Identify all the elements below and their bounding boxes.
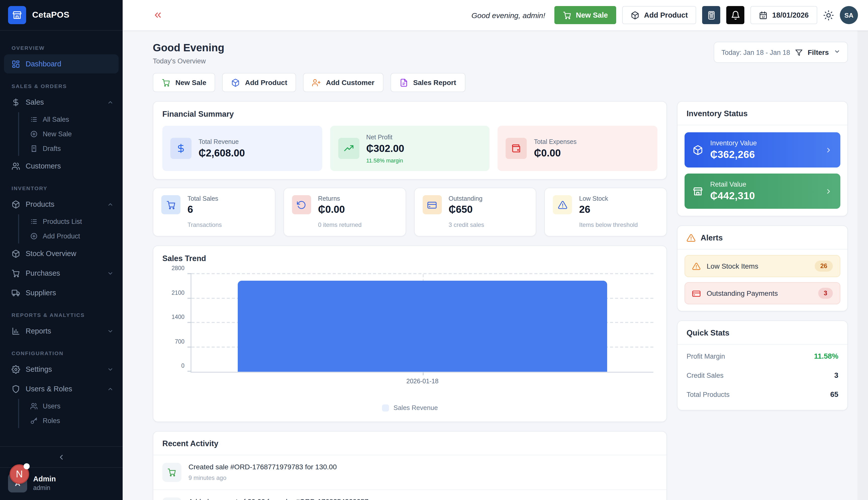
sales-trend-chart: 0 700 1400 2100 2800 — [162, 270, 657, 397]
package-icon — [12, 249, 20, 258]
axis-tick — [422, 372, 423, 375]
dashboard-icon — [12, 60, 20, 68]
activity-item[interactable]: Added payment of 30.00 for order #ORD-17… — [153, 489, 667, 500]
cart-icon — [161, 195, 180, 214]
sidebar-item-roles[interactable]: Roles — [19, 413, 122, 428]
sidebar-item-new-sale[interactable]: New Sale — [19, 127, 122, 141]
plus-circle-icon — [30, 130, 38, 138]
sidebar-item-users[interactable]: Users — [19, 399, 122, 413]
section-label-sales-orders: SALES & ORDERS — [0, 74, 122, 92]
quick-action-new-sale[interactable]: New Sale — [153, 73, 215, 92]
legend-swatch — [382, 404, 389, 411]
chevron-up-icon — [107, 201, 114, 207]
total-revenue-card: Total Revenue ₵2,608.00 — [162, 126, 322, 171]
chevron-down-icon — [107, 270, 114, 276]
alert-low-stock[interactable]: Low Stock Items 26 — [684, 255, 840, 277]
alerts-title: Alerts — [701, 234, 723, 242]
key-icon — [30, 417, 38, 424]
cart-icon — [162, 78, 171, 87]
sidebar-user-profile[interactable]: A Admin admin N — [0, 467, 122, 500]
truck-icon — [12, 288, 20, 297]
financial-summary-card: Financial Summary Total Revenue ₵2,608.0… — [153, 101, 667, 180]
inventory-status-card: Inventory Status Inventory Value ₵362,26… — [677, 101, 848, 216]
retail-value-card[interactable]: Retail Value ₵442,310 — [684, 173, 840, 209]
add-product-button[interactable]: Add Product — [622, 6, 696, 24]
store-icon — [12, 10, 22, 20]
sidebar-item-products-list[interactable]: Products List — [19, 214, 122, 229]
section-label-reports: REPORTS & ANALYTICS — [0, 303, 122, 321]
quick-stats-card: Quick Stats Profit Margin 11.58% Credit … — [677, 320, 848, 410]
sidebar-item-suppliers[interactable]: Suppliers — [4, 283, 119, 302]
sidebar-item-users-roles[interactable]: Users & Roles — [4, 379, 119, 398]
chevron-right-icon — [825, 188, 832, 195]
chevron-down-icon — [107, 328, 114, 334]
x-axis-label: 2026-01-18 — [406, 378, 438, 385]
chevron-left-icon — [57, 453, 65, 461]
filter-icon — [795, 48, 803, 56]
filters-dropdown[interactable]: Today: Jan 18 - Jan 18 Filters — [714, 42, 848, 63]
bar-chart-icon — [12, 327, 20, 335]
scrollbar-track[interactable] — [857, 31, 868, 500]
quick-action-add-product[interactable]: Add Product — [222, 73, 296, 92]
sidebar-item-all-sales[interactable]: All Sales — [19, 112, 122, 127]
outstanding-card: Outstanding ₵650 3 credit sales — [414, 188, 537, 236]
alerts-card: Alerts Low Stock Items 26 Outstanding Pa… — [677, 225, 848, 311]
axis-tick — [187, 346, 191, 347]
low-stock-card: Low Stock 26 Items below threshold — [544, 188, 667, 236]
page-heading: Good Evening Today's Overview — [153, 42, 224, 65]
sidebar-item-sales[interactable]: Sales — [4, 93, 119, 112]
users-icon — [30, 402, 38, 410]
date-picker-button[interactable]: 18/01/2026 — [751, 6, 817, 24]
axis-tick — [187, 273, 191, 274]
calculator-button[interactable] — [702, 6, 720, 24]
recent-activity-title: Recent Activity — [162, 439, 657, 448]
quick-action-add-customer[interactable]: Add Customer — [303, 73, 384, 92]
undo-icon — [292, 195, 311, 214]
returns-card: Returns ₵0.00 0 items returned — [283, 188, 406, 236]
alert-outstanding-payments[interactable]: Outstanding Payments 3 — [684, 282, 840, 304]
chevron-up-icon — [107, 99, 114, 105]
sidebar-item-purchases[interactable]: Purchases — [4, 264, 119, 283]
stats-row: Total Sales 6 Transactions — [153, 188, 667, 236]
dollar-icon — [12, 98, 20, 106]
cart-icon — [12, 269, 20, 277]
activity-item[interactable]: Created sale #ORD-1768771979783 for 130.… — [153, 455, 667, 489]
shield-icon — [12, 385, 20, 393]
revenue-bar — [238, 281, 607, 372]
chevron-down-icon — [834, 48, 840, 55]
financial-summary-title: Financial Summary — [162, 110, 657, 119]
header-avatar[interactable]: SA — [840, 6, 858, 24]
inventory-value-card[interactable]: Inventory Value ₵362,266 — [684, 132, 840, 168]
axis-tick — [187, 297, 191, 298]
app-logo — [8, 6, 26, 24]
cetapos-dashboard: CetaPOS OVERVIEW Dashboard SALES & ORDER… — [0, 0, 868, 500]
axis-tick — [187, 371, 191, 372]
alert-count-badge: 26 — [815, 261, 833, 272]
sidebar-item-add-product[interactable]: Add Product — [19, 229, 122, 243]
credit-card-icon — [422, 195, 442, 214]
wallet-icon — [506, 138, 527, 159]
total-sales-card: Total Sales 6 Transactions — [153, 188, 275, 236]
cart-icon — [162, 463, 181, 482]
new-sale-button[interactable]: New Sale — [554, 6, 617, 24]
top-header: Good evening, admin! New Sale Add Produc… — [122, 0, 868, 31]
user-plus-icon — [312, 78, 321, 87]
warning-icon — [687, 234, 696, 242]
package-icon — [631, 11, 640, 19]
sidebar-item-reports[interactable]: Reports — [4, 321, 119, 341]
sidebar-item-products[interactable]: Products — [4, 195, 119, 214]
quick-action-sales-report[interactable]: Sales Report — [390, 73, 465, 92]
sidebar-item-customers[interactable]: Customers — [4, 157, 119, 175]
trending-up-icon — [338, 138, 359, 159]
axis-tick — [187, 322, 191, 323]
main-area: Good evening, admin! New Sale Add Produc… — [122, 0, 868, 500]
users-icon — [12, 162, 20, 170]
collapse-sidebar-button[interactable] — [153, 10, 163, 20]
quick-stat-row: Credit Sales 3 — [687, 366, 838, 385]
sidebar-item-dashboard[interactable]: Dashboard — [4, 54, 119, 73]
theme-toggle-button[interactable] — [823, 10, 834, 20]
notifications-button[interactable] — [727, 6, 744, 24]
sidebar-item-settings[interactable]: Settings — [4, 360, 119, 379]
sidebar-item-drafts[interactable]: Drafts — [19, 141, 122, 156]
sidebar-item-stock-overview[interactable]: Stock Overview — [4, 244, 119, 263]
